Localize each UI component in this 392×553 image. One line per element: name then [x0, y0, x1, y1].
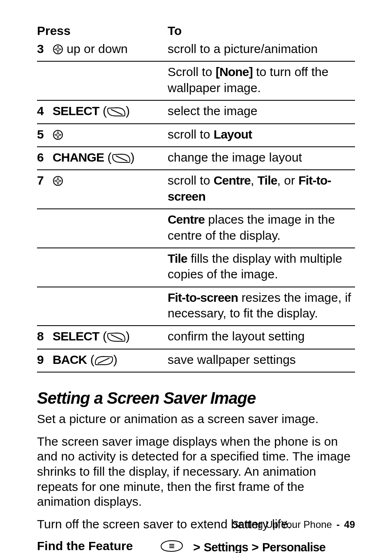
to-text-strong: Centre — [214, 174, 251, 187]
header-to: To — [168, 25, 355, 39]
to-cell: Tile fills the display with multiple cop… — [168, 248, 355, 287]
to-text: , or — [277, 174, 299, 187]
paren: ( — [108, 150, 112, 164]
soft-key-icon — [95, 356, 113, 366]
key-label: SELECT — [53, 329, 99, 343]
to-cell: scroll to Centre, Tile, or Fit-to-screen — [168, 170, 355, 209]
table-row: Tile fills the display with multiple cop… — [37, 248, 355, 287]
to-cell: scroll to Layout — [168, 124, 355, 147]
to-text: fills the display with multiple copies o… — [168, 252, 342, 281]
step-number: 6 — [37, 147, 53, 170]
key-label: SELECT — [53, 104, 99, 118]
press-cell: SELECT ( ) — [53, 100, 168, 123]
section-title: Setting a Screen Saver Image — [37, 389, 355, 407]
press-text: up or down — [67, 42, 127, 56]
to-cell: Centre places the image in the centre of… — [168, 209, 355, 248]
footer-sep: - — [332, 519, 344, 530]
header-press: Press — [37, 25, 168, 39]
press-cell: CHANGE ( ) — [53, 147, 168, 170]
to-text-strong: Layout — [214, 127, 252, 141]
table-row: 5 scroll to Layout — [37, 124, 355, 147]
to-cell: select the image — [168, 100, 355, 123]
press-cell — [53, 170, 168, 209]
to-cell: change the image layout — [168, 147, 355, 170]
paren: ) — [131, 150, 135, 164]
step-number: 8 — [37, 326, 53, 349]
to-text-strong: Fit-to-screen — [168, 291, 238, 304]
ftf-path: > Settings > Personalise > Screen Saver — [193, 539, 325, 553]
paren: ) — [113, 353, 118, 366]
to-text: Scroll to — [168, 65, 216, 79]
step-number: 3 — [37, 39, 53, 61]
paren: ) — [126, 329, 130, 343]
paren: ( — [103, 329, 107, 343]
ftf-label: Find the Feature — [37, 539, 160, 553]
to-cell: Scroll to [None] to turn off the wallpap… — [168, 61, 355, 100]
table-row: Scroll to [None] to turn off the wallpap… — [37, 61, 355, 100]
nav-icon — [53, 44, 63, 55]
table-header-row: Press To — [37, 25, 355, 39]
footer-section: Setting Up Your Phone — [232, 519, 332, 530]
step-number: 9 — [37, 349, 53, 372]
body-paragraph: The screen saver image displays when the… — [37, 434, 355, 509]
ftf-item: Personalise — [262, 541, 325, 553]
step-number: 4 — [37, 100, 53, 123]
table-row: Centre places the image in the centre of… — [37, 209, 355, 248]
to-text: scroll to — [168, 127, 214, 141]
to-text: , — [251, 174, 258, 187]
soft-key-icon — [112, 153, 131, 163]
page-number: 49 — [344, 519, 355, 530]
to-text: scroll to — [168, 174, 214, 187]
table-row: Fit-to-screen resizes the image, if nece… — [37, 287, 355, 326]
to-cell: save wallpaper settings — [168, 349, 355, 372]
to-text-strong: Centre — [168, 213, 205, 226]
table-row: 4 SELECT ( ) select the image — [37, 100, 355, 123]
press-cell: up or down — [53, 39, 168, 61]
step-number: 5 — [37, 124, 53, 147]
paren: ) — [126, 104, 130, 118]
table-row: 7 scroll to Centre, Tile, or Fit-to-scre… — [37, 170, 355, 209]
page-footer: Setting Up Your Phone - 49 — [232, 519, 355, 530]
find-the-feature: Find the Feature > Settings > Personalis… — [37, 539, 355, 553]
to-cell: Fit-to-screen resizes the image, if nece… — [168, 287, 355, 326]
to-text-strong: Tile — [168, 252, 187, 265]
to-cell: scroll to a picture/animation — [168, 39, 355, 61]
press-cell: BACK ( ) — [53, 349, 168, 372]
nav-icon — [53, 176, 63, 186]
paren: ( — [103, 104, 107, 118]
to-text: scroll to a picture/animation — [168, 42, 318, 56]
paren: ( — [90, 353, 95, 366]
table-row: 6 CHANGE ( ) change the image layout — [37, 147, 355, 170]
step-number: 7 — [37, 170, 53, 209]
to-text-strong: [None] — [216, 65, 253, 79]
key-label: CHANGE — [53, 150, 104, 164]
ftf-item: Settings — [204, 541, 248, 553]
table-row: 8 SELECT ( ) confirm the layout setting — [37, 326, 355, 349]
ftf-sep: > — [193, 540, 204, 553]
to-text-strong: Tile — [258, 174, 277, 187]
instruction-table: Press To 3 up or down scroll to a pictur… — [37, 25, 355, 373]
nav-icon — [53, 130, 63, 140]
page: Press To 3 up or down scroll to a pictur… — [0, 0, 392, 553]
table-row: 3 up or down scroll to a picture/animati… — [37, 39, 355, 61]
menu-key-icon — [160, 539, 193, 553]
press-cell — [53, 124, 168, 147]
table-row: 9 BACK ( ) save wallpaper settings — [37, 349, 355, 372]
soft-key-icon — [107, 107, 126, 117]
to-cell: confirm the layout setting — [168, 326, 355, 349]
soft-key-icon — [107, 332, 126, 342]
body-paragraph: Set a picture or animation as a screen s… — [37, 412, 355, 427]
press-cell: SELECT ( ) — [53, 326, 168, 349]
ftf-sep: > — [248, 540, 262, 553]
key-label: BACK — [53, 353, 87, 366]
